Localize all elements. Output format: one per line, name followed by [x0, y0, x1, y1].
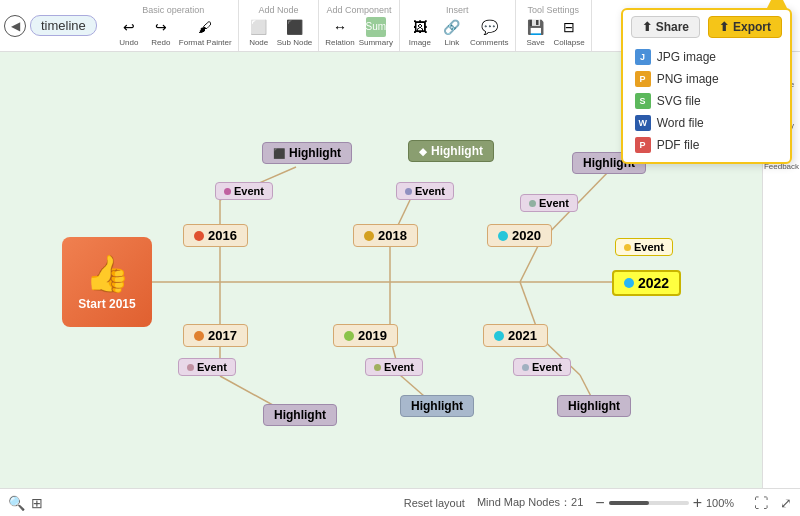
export-pdf-item[interactable]: P PDF file [631, 134, 782, 156]
event-node-2019[interactable]: Event [365, 358, 423, 376]
start-node[interactable]: 👍 Start 2015 [62, 237, 152, 327]
zoom-controls: − + 100% [595, 494, 742, 512]
highlight-node-2016-top[interactable]: ⬛ Highlight [262, 142, 352, 164]
event-label: Event [539, 197, 569, 209]
link-button[interactable]: 🔗Link [438, 17, 466, 47]
export-jpg-item[interactable]: J JPG image [631, 46, 782, 68]
year-node-2018[interactable]: 2018 [353, 224, 418, 247]
highlight-label: Highlight [411, 399, 463, 413]
section-label-insert: Insert [446, 5, 469, 15]
fit-button[interactable]: ⤢ [780, 495, 792, 511]
summary-button[interactable]: SumSummary [359, 17, 393, 47]
toolbar-section-basic: Basic operation ↩Undo ↪Redo 🖌Format Pain… [109, 0, 239, 51]
year-node-2017[interactable]: 2017 [183, 324, 248, 347]
word-label: Word file [657, 116, 704, 130]
year-label-2022: 2022 [638, 275, 669, 291]
year-node-2016[interactable]: 2016 [183, 224, 248, 247]
event-label: Event [532, 361, 562, 373]
event-node-2017[interactable]: Event [178, 358, 236, 376]
year-label-2020: 2020 [512, 228, 541, 243]
grid-status-icon[interactable]: ⊞ [31, 495, 43, 511]
zoom-percent: 100% [706, 497, 742, 509]
event-label: Event [415, 185, 445, 197]
reset-layout-button[interactable]: Reset layout [404, 497, 465, 509]
toolbar-section-tools: Tool Settings 💾Save ⊟Collapse [516, 0, 592, 51]
event-node-2016[interactable]: Event [215, 182, 273, 200]
svg-line-14 [520, 242, 540, 282]
highlight-node-2019-bot[interactable]: Highlight [400, 395, 474, 417]
svg-label: SVG file [657, 94, 701, 108]
year-label-2021: 2021 [508, 328, 537, 343]
export-icon: ⬆ [719, 20, 729, 34]
highlight-node-2021-bot[interactable]: Highlight [557, 395, 631, 417]
section-label-addnode: Add Node [258, 5, 298, 15]
zoom-slider[interactable] [609, 501, 689, 505]
export-svg-item[interactable]: S SVG file [631, 90, 782, 112]
export-word-item[interactable]: W Word file [631, 112, 782, 134]
export-button[interactable]: ⬆ Export [708, 16, 782, 38]
event-node-2022[interactable]: Event [615, 238, 673, 256]
year-label-2018: 2018 [378, 228, 407, 243]
year-node-2019[interactable]: 2019 [333, 324, 398, 347]
svg-icon: S [635, 93, 651, 109]
highlight-label: Highlight [431, 144, 483, 158]
year-label-2017: 2017 [208, 328, 237, 343]
back-button[interactable]: ◀ [4, 15, 26, 37]
relation-button[interactable]: ↔Relation [325, 17, 354, 47]
export-label: Export [733, 20, 771, 34]
undo-button[interactable]: ↩Undo [115, 17, 143, 47]
section-label-addcomponent: Add Component [327, 5, 392, 15]
year-node-2020[interactable]: 2020 [487, 224, 552, 247]
highlight-label: Highlight [274, 408, 326, 422]
highlight-label: Highlight [568, 399, 620, 413]
start-label: Start 2015 [78, 297, 135, 311]
redo-button[interactable]: ↪Redo [147, 17, 175, 47]
year-node-2021[interactable]: 2021 [483, 324, 548, 347]
year-node-2022[interactable]: 2022 [612, 270, 681, 296]
section-label-tools: Tool Settings [527, 5, 579, 15]
zoom-in-status-icon[interactable]: 🔍 [8, 495, 25, 511]
toolbar-section-insert: Insert 🖼Image 🔗Link 💬Comments [400, 0, 516, 51]
zoom-out-button[interactable]: − [595, 494, 604, 512]
image-button[interactable]: 🖼Image [406, 17, 434, 47]
pdf-label: PDF file [657, 138, 700, 152]
mindmap-nodes-count: Mind Map Nodes：21 [477, 495, 583, 510]
event-label: Event [384, 361, 414, 373]
format-painter-button[interactable]: 🖌Format Painter [179, 17, 232, 47]
pdf-icon: P [635, 137, 651, 153]
year-label-2019: 2019 [358, 328, 387, 343]
section-label-basic: Basic operation [142, 5, 204, 15]
node-button[interactable]: ⬜Node [245, 17, 273, 47]
start-emoji: 👍 [85, 253, 130, 295]
word-icon: W [635, 115, 651, 131]
sub-node-button[interactable]: ⬛Sub Node [277, 17, 313, 47]
zoom-in-button[interactable]: + [693, 494, 702, 512]
year-label-2016: 2016 [208, 228, 237, 243]
highlight-label: Highlight [289, 146, 341, 160]
toolbar-section-addcomponent: Add Component ↔Relation SumSummary [319, 0, 400, 51]
share-label: Share [656, 20, 689, 34]
png-label: PNG image [657, 72, 719, 86]
document-title[interactable]: timeline [30, 15, 97, 36]
event-label: Event [197, 361, 227, 373]
share-icon: ⬆ [642, 20, 652, 34]
export-png-item[interactable]: P PNG image [631, 68, 782, 90]
event-node-2020[interactable]: Event [520, 194, 578, 212]
jpg-icon: J [635, 49, 651, 65]
export-header: ⬆ Share ⬆ Export [631, 16, 782, 38]
event-node-2021[interactable]: Event [513, 358, 571, 376]
jpg-label: JPG image [657, 50, 716, 64]
collapse-button[interactable]: ⊟Collapse [554, 17, 585, 47]
event-label: Event [234, 185, 264, 197]
share-button[interactable]: ⬆ Share [631, 16, 700, 38]
highlight-node-2018-top[interactable]: ◆ Highlight [408, 140, 494, 162]
highlight-node-2017-bot[interactable]: Highlight [263, 404, 337, 426]
toolbar-section-addnode: Add Node ⬜Node ⬛Sub Node [239, 0, 320, 51]
event-label: Event [634, 241, 664, 253]
statusbar: 🔍 ⊞ Reset layout Mind Map Nodes：21 − + 1… [0, 488, 800, 516]
fullscreen-button[interactable]: ⛶ [754, 495, 768, 511]
comments-button[interactable]: 💬Comments [470, 17, 509, 47]
save-button[interactable]: 💾Save [522, 17, 550, 47]
event-node-2018[interactable]: Event [396, 182, 454, 200]
export-panel: ⬆ Share ⬆ Export J JPG image P PNG image… [621, 8, 792, 164]
